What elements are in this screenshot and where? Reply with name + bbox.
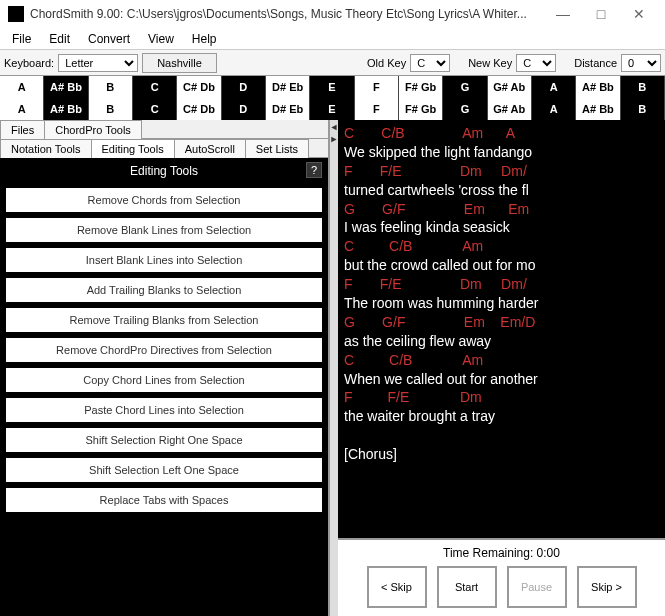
piano-key[interactable]: G (443, 76, 487, 98)
piano-key[interactable]: F (355, 76, 399, 98)
chord-line: C C/B Am A (344, 124, 659, 143)
editing-header: Editing Tools ? (0, 158, 328, 184)
tab-set-lists[interactable]: Set Lists (245, 139, 309, 158)
piano-key[interactable]: G (443, 98, 487, 120)
right-panel: C C/B Am AWe skipped the light fandangoF… (338, 120, 665, 616)
tab-notation-tools[interactable]: Notation Tools (0, 139, 92, 158)
start-button[interactable]: Start (437, 566, 497, 608)
tab-editing-tools[interactable]: Editing Tools (91, 139, 175, 158)
piano-key[interactable]: F# Gb (399, 98, 443, 120)
action-button[interactable]: Paste Chord Lines into Selection (6, 398, 322, 422)
piano-key[interactable]: F (355, 98, 399, 120)
piano-key[interactable]: G# Ab (488, 76, 532, 98)
action-button[interactable]: Remove Blank Lines from Selection (6, 218, 322, 242)
piano-row-1: AA# BbBCC# DbDD# EbEFF# GbGG# AbAA# BbB (0, 76, 665, 98)
action-button[interactable]: Remove ChordPro Directives from Selectio… (6, 338, 322, 362)
piano-key[interactable]: D# Eb (266, 76, 310, 98)
close-button[interactable]: ✕ (621, 2, 657, 26)
piano-key[interactable]: G# Ab (488, 98, 532, 120)
oldkey-select[interactable]: C (410, 54, 450, 72)
menu-help[interactable]: Help (184, 30, 225, 48)
titlebar: ChordSmith 9.00: C:\Users\jgros\Document… (0, 0, 665, 28)
keyboard-select[interactable]: Letter (58, 54, 138, 72)
oldkey-label: Old Key (367, 57, 406, 69)
window-title: ChordSmith 9.00: C:\Users\jgros\Document… (30, 7, 545, 21)
chord-line: G G/F Em Em (344, 200, 659, 219)
lyric-line: The room was humming harder (344, 294, 659, 313)
piano-key[interactable]: C (133, 76, 177, 98)
editing-header-label: Editing Tools (130, 164, 198, 178)
distance-label: Distance (574, 57, 617, 69)
action-button[interactable]: Remove Trailing Blanks from Selection (6, 308, 322, 332)
piano-key[interactable]: A (0, 98, 44, 120)
piano-key[interactable]: A (0, 76, 44, 98)
menu-file[interactable]: File (4, 30, 39, 48)
action-button[interactable]: Remove Chords from Selection (6, 188, 322, 212)
time-remaining-label: Time Remaining: 0:00 (342, 544, 661, 562)
tab-row-1: FilesChordPro Tools (0, 120, 328, 139)
left-panel: FilesChordPro Tools Notation ToolsEditin… (0, 120, 330, 616)
maximize-button[interactable]: □ (583, 2, 619, 26)
lyrics-view[interactable]: C C/B Am AWe skipped the light fandangoF… (338, 120, 665, 538)
newkey-select[interactable]: C (516, 54, 556, 72)
piano-key[interactable]: E (310, 76, 354, 98)
skip-prev-button[interactable]: < Skip (367, 566, 427, 608)
chord-line: F F/E Dm Dm/ (344, 275, 659, 294)
action-button[interactable]: Replace Tabs with Spaces (6, 488, 322, 512)
action-button[interactable]: Shift Selection Left One Space (6, 458, 322, 482)
menu-convert[interactable]: Convert (80, 30, 138, 48)
help-icon[interactable]: ? (306, 162, 322, 178)
piano-key[interactable]: D# Eb (266, 98, 310, 120)
action-button[interactable]: Insert Blank Lines into Selection (6, 248, 322, 272)
tab-chordpro-tools[interactable]: ChordPro Tools (44, 120, 142, 139)
menu-view[interactable]: View (140, 30, 182, 48)
keyboard-label: Keyboard: (4, 57, 54, 69)
piano-key[interactable]: B (89, 76, 133, 98)
distance-select[interactable]: 0 (621, 54, 661, 72)
app-icon (8, 6, 24, 22)
pause-button[interactable]: Pause (507, 566, 567, 608)
toolbar: Keyboard: Letter Nashville Old Key C New… (0, 50, 665, 76)
piano-key[interactable]: A (532, 98, 576, 120)
piano-key[interactable]: C# Db (177, 98, 221, 120)
piano-key[interactable]: D (222, 98, 266, 120)
piano-key[interactable]: A# Bb (576, 98, 620, 120)
piano-key[interactable]: C# Db (177, 76, 221, 98)
chord-line: C C/B Am (344, 237, 659, 256)
piano-key[interactable]: B (621, 76, 665, 98)
lyric-line: but the crowd called out for mo (344, 256, 659, 275)
nashville-button[interactable]: Nashville (142, 53, 217, 73)
minimize-button[interactable]: — (545, 2, 581, 26)
newkey-label: New Key (468, 57, 512, 69)
action-button[interactable]: Shift Selection Right One Space (6, 428, 322, 452)
lyric-line (344, 426, 659, 445)
action-button[interactable]: Copy Chord Lines from Selection (6, 368, 322, 392)
tab-files[interactable]: Files (0, 120, 45, 139)
lyric-line: as the ceiling flew away (344, 332, 659, 351)
piano-key[interactable]: A# Bb (44, 76, 88, 98)
chord-line: F F/E Dm (344, 388, 659, 407)
lyric-line: turned cartwheels 'cross the fl (344, 181, 659, 200)
piano-key[interactable]: B (89, 98, 133, 120)
piano-key[interactable]: A (532, 76, 576, 98)
menu-edit[interactable]: Edit (41, 30, 78, 48)
piano-key[interactable]: A# Bb (44, 98, 88, 120)
skip-next-button[interactable]: Skip > (577, 566, 637, 608)
piano-key[interactable]: A# Bb (576, 76, 620, 98)
tab-autoscroll[interactable]: AutoScroll (174, 139, 246, 158)
action-button[interactable]: Add Trailing Blanks to Selection (6, 278, 322, 302)
piano-key[interactable]: F# Gb (399, 76, 443, 98)
piano-key[interactable]: B (621, 98, 665, 120)
chord-line: G G/F Em Em/D (344, 313, 659, 332)
lyric-line: [Chorus] (344, 445, 659, 464)
playback-bar: Time Remaining: 0:00 < Skip Start Pause … (338, 538, 665, 616)
piano-key[interactable]: D (222, 76, 266, 98)
tab-row-2: Notation ToolsEditing ToolsAutoScrollSet… (0, 139, 328, 158)
editing-actions-list: Remove Chords from SelectionRemove Blank… (0, 184, 328, 616)
chord-line: C C/B Am (344, 351, 659, 370)
lyric-line: We skipped the light fandango (344, 143, 659, 162)
piano-key[interactable]: E (310, 98, 354, 120)
chord-line: F F/E Dm Dm/ (344, 162, 659, 181)
piano-key[interactable]: C (133, 98, 177, 120)
splitter[interactable]: ◄ ► (330, 120, 338, 616)
